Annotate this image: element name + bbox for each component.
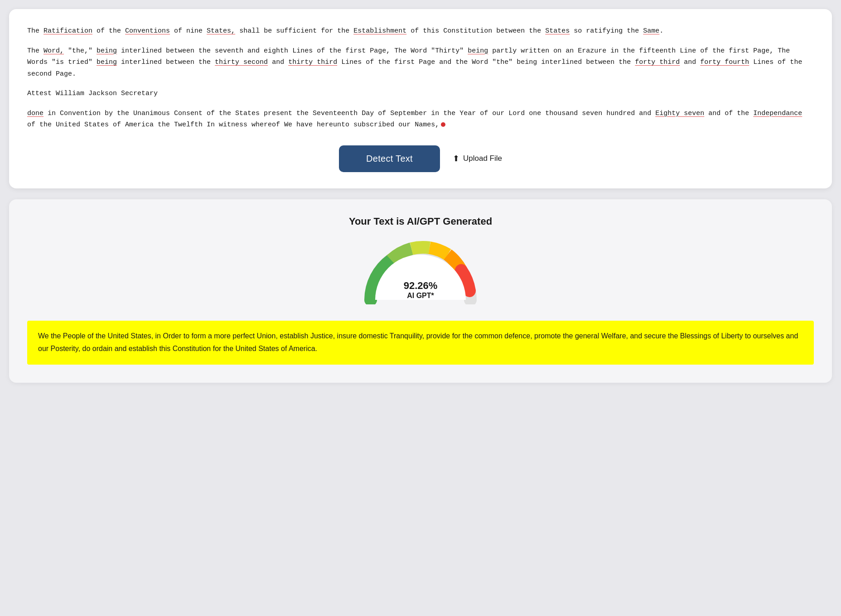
word-establishment: Establishment bbox=[353, 27, 406, 35]
upload-label: Upload File bbox=[463, 154, 502, 163]
paragraph-4: done in Convention by the Unanimous Cons… bbox=[27, 108, 814, 131]
gauge-container: 92.26% AI GPT* bbox=[27, 241, 814, 304]
word-states-1: States, bbox=[207, 27, 235, 35]
word-thirty-third: thirty third bbox=[288, 58, 337, 66]
word-word: Word, bbox=[44, 47, 64, 55]
gauge-label: 92.26% AI GPT* bbox=[404, 280, 438, 300]
word-conventions: Conventions bbox=[125, 27, 170, 35]
word-being-2: being bbox=[468, 47, 488, 55]
word-ratification: Ratification bbox=[44, 27, 92, 35]
word-forty-fourth: forty fourth bbox=[700, 58, 749, 66]
action-row: Detect Text ⬆ Upload File bbox=[27, 145, 814, 172]
word-same: Same bbox=[643, 27, 659, 35]
upload-file-button[interactable]: ⬆ Upload File bbox=[453, 154, 502, 164]
word-independance: Independance bbox=[753, 110, 802, 117]
detect-text-button[interactable]: Detect Text bbox=[339, 145, 440, 172]
results-card: Your Text is AI/GPT Generated bbox=[9, 199, 832, 383]
word-being-1: being bbox=[97, 47, 117, 55]
highlighted-paragraph: We the People of the United States, in O… bbox=[27, 321, 814, 365]
upload-icon: ⬆ bbox=[453, 154, 459, 164]
paragraph-3: Attest William Jackson Secretary bbox=[27, 88, 814, 100]
word-eighty-seven: Eighty seven bbox=[655, 110, 704, 117]
result-title: Your Text is AI/GPT Generated bbox=[27, 216, 814, 227]
red-dot bbox=[441, 122, 445, 127]
word-thirty-second: thirty second bbox=[215, 58, 268, 66]
word-being-3: being bbox=[97, 58, 117, 66]
word-forty-third: forty third bbox=[635, 58, 680, 66]
input-card: The Ratification of the Conventions of n… bbox=[9, 9, 832, 188]
input-text-area: The Ratification of the Conventions of n… bbox=[27, 25, 814, 131]
gauge-wrap: 92.26% AI GPT* bbox=[362, 241, 479, 304]
gauge-percent: 92.26% bbox=[404, 280, 438, 292]
word-states-2: States bbox=[545, 27, 570, 35]
gauge-sublabel: AI GPT* bbox=[404, 292, 438, 300]
word-done: done bbox=[27, 110, 44, 117]
paragraph-2: The Word, "the," being interlined betwee… bbox=[27, 45, 814, 80]
paragraph-1: The Ratification of the Conventions of n… bbox=[27, 25, 814, 37]
